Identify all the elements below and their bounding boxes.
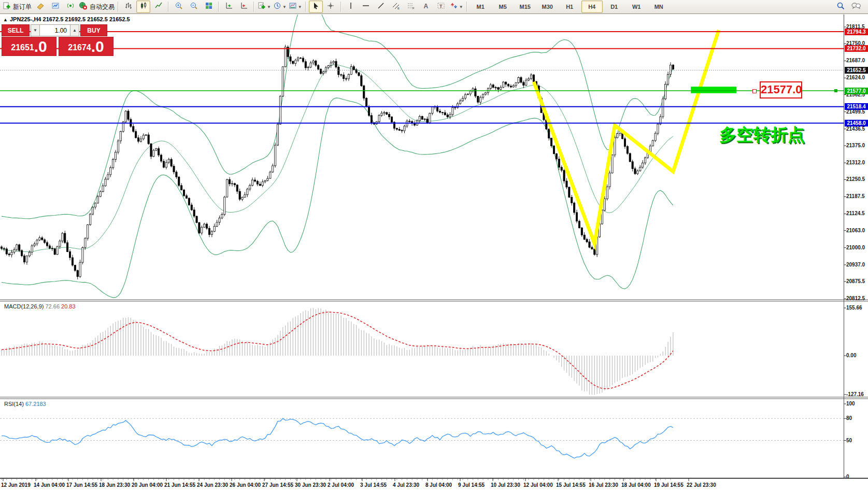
line-anchor-marker[interactable] <box>752 89 757 93</box>
trendline-button[interactable] <box>374 1 388 13</box>
time-label: 3 Jul 14:55 <box>360 482 387 488</box>
time-label: 8 Jul 04:00 <box>425 482 452 488</box>
line-chart-icon <box>154 2 163 12</box>
chart-window[interactable]: ▲JPN225-,H4 21672.5 21692.5 21652.5 2165… <box>0 15 868 492</box>
price-tick-label: 20875.5 <box>846 278 865 285</box>
toolbar-separator <box>168 2 169 12</box>
price-flag-21652.5: 21652.5 <box>845 67 868 74</box>
macd-label: MACD(12,26,9) 72.66 20.83 <box>4 303 76 310</box>
chart-title-text: JPN225-,H4 21672.5 21692.5 21652.5 21652… <box>10 16 130 22</box>
buy-price-box[interactable]: 21674.0 <box>59 37 113 56</box>
zoom-in-button[interactable] <box>172 1 186 13</box>
dropdown-caret-icon: ▼ <box>282 5 287 9</box>
chart-shift-button[interactable] <box>237 1 251 13</box>
rsi-name: RSI(14) <box>4 401 24 407</box>
chart-title: ▲JPN225-,H4 21672.5 21692.5 21652.5 2165… <box>3 16 130 22</box>
time-label: 16 Jul 23:30 <box>589 482 618 488</box>
tile-windows-button[interactable] <box>202 1 216 13</box>
timeframe-button-W1[interactable]: W1 <box>626 1 647 13</box>
text-label-button[interactable]: T <box>434 1 448 13</box>
signals-icon <box>66 2 75 12</box>
timeframe-button-M1[interactable]: M1 <box>470 1 491 13</box>
price-tick-label: 20812.5 <box>846 296 865 302</box>
bars-chart-button[interactable] <box>121 1 135 13</box>
svg-text:T: T <box>439 4 443 9</box>
market-watch-button[interactable] <box>48 1 62 13</box>
price-tick-label: 21250.5 <box>846 176 865 182</box>
zoom-out-button[interactable] <box>187 1 201 13</box>
toolbar-separator <box>118 2 119 12</box>
price-tick-label: 21312.0 <box>846 160 865 166</box>
auto-scroll-icon <box>225 2 233 12</box>
volume-increase-button[interactable]: ▲ <box>70 24 79 36</box>
toolbar-separator <box>253 2 254 12</box>
arrows-button[interactable]: ▼ <box>449 1 464 13</box>
rsi-value: 67.2183 <box>25 401 46 407</box>
key-level-callout[interactable]: 21577.0 <box>760 81 802 99</box>
rsi-scale-tick: 100 <box>846 401 855 407</box>
timeframe-button-M30[interactable]: M30 <box>537 1 558 13</box>
styler-icon <box>36 2 45 12</box>
line-chart-button[interactable] <box>151 1 165 13</box>
dropdown-caret-icon: ▼ <box>267 5 271 9</box>
arrows-icon <box>450 2 458 12</box>
zoom-out-icon <box>190 2 198 12</box>
time-label: 18 Jul 04:00 <box>621 482 651 488</box>
candlestick-chart-canvas[interactable] <box>0 15 868 492</box>
price-flag-21458.0: 21458.0 <box>845 120 868 126</box>
timeframe-button-H1[interactable]: H1 <box>559 1 580 13</box>
templates-button[interactable]: ▼ <box>288 1 303 13</box>
price-flag-21794.3: 21794.3 <box>845 29 868 35</box>
timeframe-button-M15[interactable]: M15 <box>515 1 536 13</box>
text-button[interactable]: A <box>419 1 433 13</box>
dropdown-caret-icon: ▼ <box>298 5 302 9</box>
zoom-in-icon <box>175 2 183 12</box>
main-toolbar: 新订单 自动交易 ▼ ▼ ▼ E F A T ▼ M1M5M15M30H1H4D… <box>0 0 868 14</box>
time-label: 14 Jun 04:00 <box>34 482 65 488</box>
price-flag-21518.4: 21518.4 <box>845 103 868 110</box>
timeframe-button-M5[interactable]: M5 <box>492 1 514 13</box>
vertical-line-button[interactable] <box>344 1 358 13</box>
horizontal-line-button[interactable] <box>359 1 373 13</box>
sell-button[interactable]: SELL <box>2 24 30 36</box>
channel-button[interactable]: E <box>389 1 403 13</box>
rsi-scale-tick: 50 <box>846 438 852 444</box>
autotrade-label: 自动交易 <box>90 3 115 11</box>
search-button[interactable] <box>834 1 848 13</box>
indicators-button[interactable]: ▼ <box>257 1 272 13</box>
auto-scroll-button[interactable] <box>222 1 236 13</box>
sell-price-box[interactable]: 21651.0 <box>2 37 56 56</box>
styler-button[interactable] <box>33 1 47 13</box>
timeframe-button-MN[interactable]: MN <box>648 1 670 13</box>
buy-button[interactable]: BUY <box>80 24 107 36</box>
level-axis-marker <box>834 89 837 92</box>
time-label: 19 Jul 14:55 <box>654 482 684 488</box>
turning-point-annotation[interactable]: 多空转折点 <box>719 123 805 147</box>
chart-shift-icon <box>240 2 248 12</box>
timeframe-group: M1M5M15M30H1H4D1W1MN <box>469 1 670 13</box>
new-order-icon <box>3 2 11 12</box>
volume-decrease-button[interactable]: ▼ <box>31 24 40 36</box>
text-label-icon: T <box>437 2 445 12</box>
candles-chart-button[interactable] <box>136 1 150 13</box>
price-tick-label: 21375.0 <box>846 143 865 149</box>
one-click-trade-panel: SELL ▼ ▲ BUY 21651.0 21674.0 <box>2 24 115 56</box>
price-tick-label: 21187.5 <box>846 193 865 200</box>
periods-button[interactable]: ▼ <box>273 1 287 13</box>
crosshair-button[interactable] <box>324 1 338 13</box>
collapse-icon[interactable]: ▲ <box>3 17 8 22</box>
buy-price-frac: .0 <box>91 39 104 54</box>
buy-price: 21674 <box>68 41 91 54</box>
time-label: 27 Jun 14:55 <box>262 482 293 488</box>
volume-input[interactable] <box>40 24 70 36</box>
cursor-button[interactable] <box>309 1 323 13</box>
fibonacci-button[interactable]: F <box>404 1 418 13</box>
chat-button[interactable] <box>849 1 863 13</box>
new-order-button[interactable]: 新订单 <box>2 1 32 13</box>
time-label: 17 Jun 14:55 <box>66 482 97 488</box>
time-label: 30 Jun 23:30 <box>295 482 326 488</box>
autotrade-button[interactable]: 自动交易 <box>78 1 115 13</box>
signals-button[interactable] <box>63 1 77 13</box>
timeframe-button-H4[interactable]: H4 <box>581 1 603 13</box>
timeframe-button-D1[interactable]: D1 <box>604 1 625 13</box>
